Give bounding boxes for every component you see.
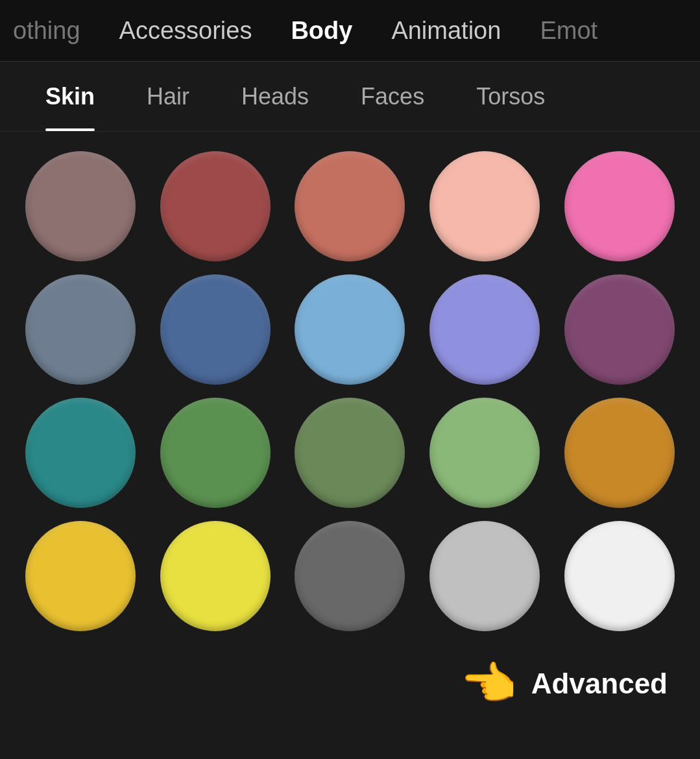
advanced-section: 👉 Advanced <box>0 651 700 710</box>
advanced-label[interactable]: Advanced <box>531 668 668 700</box>
color-palette-grid <box>0 132 700 651</box>
color-swatch-1[interactable] <box>160 151 271 261</box>
color-swatch-4[interactable] <box>564 151 675 261</box>
nav-item-body[interactable]: Body <box>271 0 372 61</box>
subnav-item-torsos[interactable]: Torsos <box>450 62 571 131</box>
color-swatch-8[interactable] <box>429 274 540 385</box>
color-swatch-6[interactable] <box>160 274 271 385</box>
color-swatch-10[interactable] <box>25 398 136 508</box>
color-swatch-13[interactable] <box>429 398 540 508</box>
subnav-item-skin[interactable]: Skin <box>19 62 121 131</box>
nav-item-animation[interactable]: Animation <box>372 0 520 61</box>
subnav-item-hair[interactable]: Hair <box>121 62 215 131</box>
color-swatch-7[interactable] <box>295 274 405 385</box>
color-swatch-18[interactable] <box>429 521 540 631</box>
nav-item-emote[interactable]: Emot <box>520 0 617 61</box>
pointing-hand-icon: 👉 <box>462 657 518 710</box>
color-swatch-9[interactable] <box>564 274 675 385</box>
subnav-item-faces[interactable]: Faces <box>335 62 450 131</box>
color-swatch-2[interactable] <box>295 151 405 261</box>
color-swatch-12[interactable] <box>295 398 405 508</box>
color-swatch-11[interactable] <box>160 398 271 508</box>
color-swatch-19[interactable] <box>564 521 675 631</box>
sub-navigation: Skin Hair Heads Faces Torsos <box>0 62 700 132</box>
top-navigation: othing Accessories Body Animation Emot <box>0 0 700 62</box>
nav-item-clothing[interactable]: othing <box>13 0 100 61</box>
color-swatch-0[interactable] <box>25 151 136 261</box>
color-swatch-15[interactable] <box>25 521 136 631</box>
color-swatch-14[interactable] <box>564 398 675 508</box>
color-swatch-16[interactable] <box>160 521 271 631</box>
subnav-item-heads[interactable]: Heads <box>215 62 335 131</box>
color-swatch-5[interactable] <box>25 274 136 385</box>
color-swatch-17[interactable] <box>295 521 405 631</box>
color-swatch-3[interactable] <box>429 151 540 261</box>
nav-item-accessories[interactable]: Accessories <box>100 0 272 61</box>
